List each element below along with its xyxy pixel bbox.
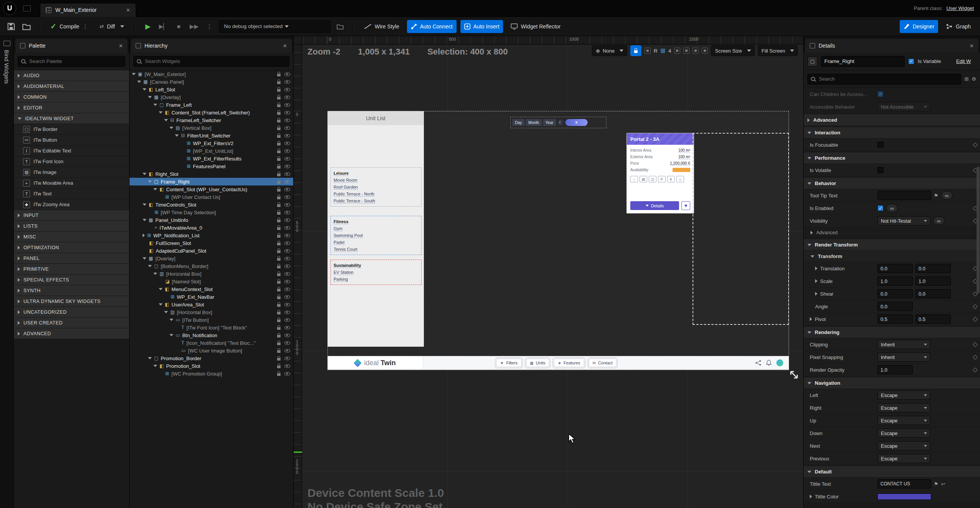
visibility-eye-icon[interactable] [284,203,290,207]
chevron-down-icon[interactable] [807,471,811,473]
chevron-down-icon[interactable] [807,182,811,185]
outline-mode-icon[interactable] [683,48,689,54]
chevron-right-icon[interactable] [18,213,20,217]
chevron-down-icon[interactable] [153,104,157,106]
visibility-eye-icon[interactable] [284,364,290,368]
diff-button[interactable]: ⇄ Diff [96,20,128,33]
unreal-engine-logo-icon[interactable]: U [3,2,16,15]
hierarchy-row[interactable]: ⊞[WC Promotion Group] [130,370,293,377]
palette-category[interactable]: AUDIO [14,70,129,81]
bottom-menu-widget[interactable]: ideal Twin ▼Filters▦Units★Features✉Conta… [327,356,789,370]
palette-item[interactable]: TITw Font Icon [14,156,129,167]
visibility-eye-icon[interactable] [284,234,290,237]
visibility-eye-icon[interactable] [284,226,290,230]
unit-list-item[interactable]: Public Terrace - North [334,190,419,197]
lock-icon[interactable] [277,250,281,253]
lock-icon[interactable] [277,258,281,261]
visibility-eye-icon[interactable] [284,311,290,314]
unit-list-item[interactable]: Roof Garden [334,184,419,190]
visibility-eye-icon[interactable] [284,80,290,84]
chevron-down-icon[interactable] [169,334,173,336]
visibility-eye-icon[interactable] [284,303,290,306]
chevron-down-icon[interactable] [169,319,173,321]
chevron-down-icon[interactable] [143,257,146,260]
chevron-down-icon[interactable] [159,288,163,290]
palette-category[interactable]: ADVANCED [14,328,129,339]
clipping-dropdown[interactable]: Inherit [877,340,930,349]
unit-list-item[interactable]: Gym [334,225,419,232]
lock-icon[interactable] [277,358,281,361]
chevron-down-icon[interactable] [807,132,811,134]
hierarchy-row[interactable]: T[ITw Font Icon] "Text Block" [130,324,293,331]
palette-category[interactable]: AUDIOMATERIAL [14,81,129,92]
sun-icon[interactable]: ☀ [565,119,588,126]
chevron-right-icon[interactable] [18,278,20,282]
palette-item[interactable]: IITw Editable Text [14,146,129,156]
auto-insert-button[interactable]: Auto Insert [460,20,503,33]
lock-icon[interactable] [277,343,281,345]
debug-object-dropdown[interactable]: No debug object selected [219,20,331,33]
expand-arrow-icon[interactable] [815,266,817,270]
chevron-down-icon[interactable] [811,255,814,258]
lock-icon[interactable] [277,350,281,353]
amenity-icon[interactable]: ♨ [676,176,684,182]
subsection-transform[interactable]: Transform [804,251,980,262]
hierarchy-row[interactable]: ◪[Named Slot] [130,278,293,285]
expand-arrow-icon[interactable] [815,292,817,296]
lock-icon[interactable] [277,127,281,130]
debug-browse-button[interactable] [334,21,346,32]
resolution-label[interactable]: R [654,48,657,54]
visibility-eye-icon[interactable] [284,242,290,245]
unit-list-item[interactable]: EV Station [334,269,419,276]
palette-category[interactable]: COMMON [14,92,129,103]
chevron-down-icon[interactable] [169,127,173,129]
palette-item[interactable]: ◆ITw Zoomy Area [14,199,129,210]
lock-icon[interactable] [277,235,281,238]
reset-to-default-icon[interactable] [973,342,978,347]
chevron-right-icon[interactable] [18,235,20,239]
chevron-down-icon[interactable] [807,382,811,384]
lock-icon[interactable] [277,143,281,146]
window-layout-icon[interactable] [23,5,31,12]
lock-icon[interactable] [277,289,281,291]
number-field[interactable]: 0.5 [877,314,913,324]
hierarchy-row[interactable]: ⊞FeaturesPanel [130,162,293,170]
designer-canvas[interactable]: 0 500 1000 1500 0 500 1000 1500 Zoom -2 … [294,36,803,508]
hierarchy-row[interactable]: ▢[BottonMenu_Border] [130,262,293,270]
chevron-down-icon[interactable] [143,219,146,221]
chevron-right-icon[interactable] [811,231,813,235]
lock-icon[interactable] [277,81,281,84]
tool-tip-text-field[interactable] [877,191,931,200]
visibility-eye-icon[interactable] [284,326,290,329]
unit-list-widget[interactable]: Unit List LeisureMovie RoomRoof GardenPu… [327,111,424,347]
chevron-down-icon[interactable] [153,188,157,190]
compile-options-icon[interactable]: ⋮ [82,23,88,30]
close-panel-icon[interactable]: ✕ [283,43,287,49]
hierarchy-row[interactable]: ▩[Overlay] [130,255,293,262]
palette-category[interactable]: USER CREATED [14,318,129,328]
palette-tab[interactable]: Palette ✕ [15,39,128,53]
palette-category[interactable]: ULTRA DYNAMIC SKY WIDGETS [14,296,129,307]
reset-to-default-icon[interactable] [973,355,978,360]
chevron-right-icon[interactable] [18,224,20,228]
chevron-right-icon[interactable] [18,321,20,325]
grid-snap-icon[interactable]: ⊞ [661,47,666,54]
lock-icon[interactable] [277,181,281,184]
flag-icon[interactable]: ⚑ [934,193,938,199]
unit-info-card[interactable]: Portal 2 - 3A Interior Area100 m²Exterio… [626,133,694,213]
hierarchy-row[interactable]: T[Icon_Notification] "Text Bloc..." [130,339,293,347]
widget-reflector-button[interactable]: Widget Reflector [507,20,564,33]
moon-icon[interactable]: ☾ [557,119,564,126]
hierarchy-row[interactable]: ◧AdaptedCutPanel_Slot [130,247,293,255]
hierarchy-row[interactable]: ▩[Overlay] [130,93,293,101]
chevron-right-icon[interactable] [18,310,20,314]
unit-list-item[interactable]: Parking [334,276,419,283]
hierarchy-row[interactable]: ⊟Filter/Unit_Switcher [130,132,293,139]
hierarchy-search-input[interactable] [144,58,286,65]
palette-category[interactable]: UNCATEGORIZED [14,307,129,318]
palette-item[interactable]: +ITw Movable Area [14,178,129,189]
palette-category[interactable]: INPUT [14,210,129,221]
hierarchy-row[interactable]: ▤[Vertical Box] [130,124,293,132]
chevron-down-icon[interactable] [175,134,179,137]
price-icon[interactable]: € [667,176,675,182]
